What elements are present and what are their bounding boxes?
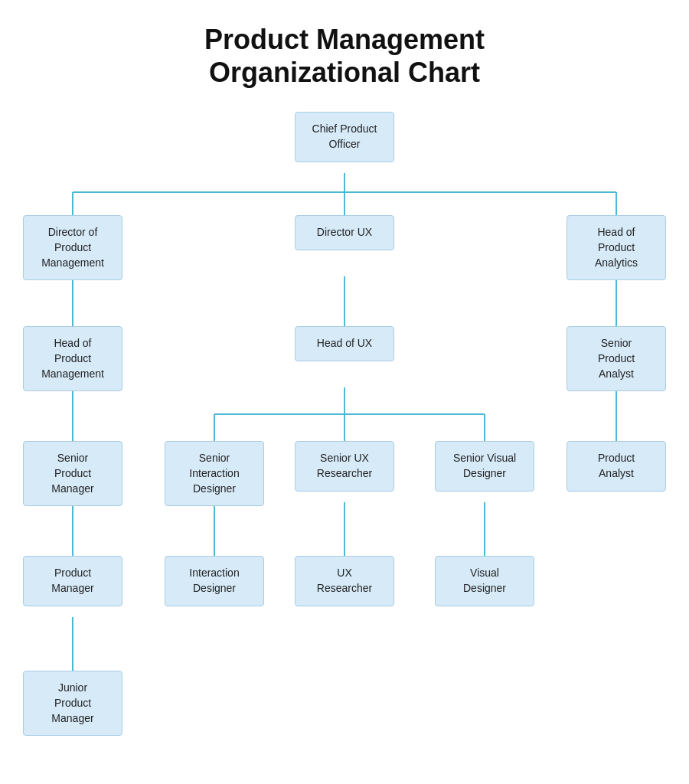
node-svd: Senior Visual Designer [435, 441, 534, 491]
org-chart: Chief Product Officer Director of Produc… [15, 112, 674, 784]
page-title: Product Management Organizational Chart [204, 23, 485, 89]
node-pm: Product Manager [23, 556, 122, 606]
node-sur: Senior UX Researcher [295, 441, 394, 491]
node-sid: Senior Interaction Designer [165, 441, 264, 506]
node-hux: Head of UX [295, 326, 394, 361]
node-hpm: Head of Product Management [23, 326, 122, 391]
node-id: Interaction Designer [165, 556, 264, 606]
node-hpa: Head of Product Analytics [567, 215, 666, 280]
node-jpm: Junior Product Manager [23, 671, 122, 736]
node-cpo: Chief Product Officer [295, 112, 394, 162]
node-vd: Visual Designer [435, 556, 534, 606]
node-spm: Senior Product Manager [23, 441, 122, 506]
node-pa: Product Analyst [567, 441, 666, 491]
node-dux: Director UX [295, 215, 394, 250]
node-spa: Senior Product Analyst [567, 326, 666, 391]
node-dpm: Director of Product Management [23, 215, 122, 280]
node-uxr: UX Researcher [295, 556, 394, 606]
